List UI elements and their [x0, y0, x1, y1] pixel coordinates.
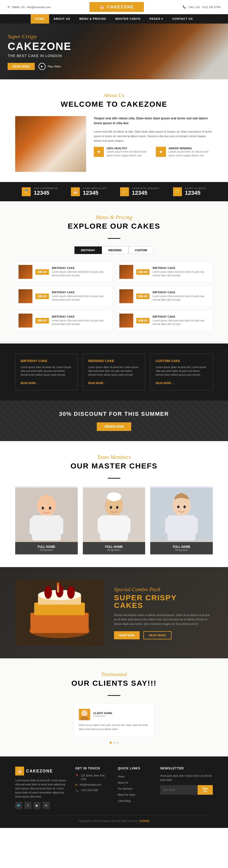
- svg-rect-4: [59, 518, 63, 534]
- menu-grid: $99.00 BIRTHDAY CAKE Lorem ipsum clita e…: [15, 261, 213, 331]
- hero-buttons: Read More ▶ Play Video: [8, 63, 71, 70]
- combo-title-2: CAKES: [114, 601, 213, 609]
- about-body2: Lorem erat elitr at rebum at clita. Diam…: [94, 129, 213, 143]
- menu-item: $99.00 BIRTHDAY CAKE Lorem ipsum clita e…: [116, 261, 213, 282]
- combo-title: SUPER CRISPY CAKES: [114, 594, 213, 609]
- category-section: BIRTHDAY CAKE Lorem ipsum dolor sit amet…: [0, 343, 228, 401]
- nav-pages[interactable]: PAGES ▾: [145, 14, 168, 24]
- social-twitter[interactable]: 🐦: [15, 802, 22, 809]
- about-body1: Tempor erat elitr rebum clita. Diam dolo…: [94, 117, 208, 125]
- dot-1[interactable]: [110, 742, 112, 744]
- phone-label: CALL US: [188, 6, 200, 9]
- hero-title: CAKEZONE: [8, 41, 71, 52]
- svg-point-30: [67, 586, 75, 599]
- cake-image-4: [119, 289, 133, 303]
- social-youtube[interactable]: ▶: [33, 802, 40, 809]
- team-member-3: FULL NAME Designation: [150, 486, 213, 554]
- item-name-2: BIRTHDAY CAKE: [153, 267, 209, 270]
- nav-menu[interactable]: MENU & PRICING: [75, 14, 111, 24]
- social-facebook[interactable]: f: [24, 802, 31, 809]
- read-more-button[interactable]: Read More: [8, 63, 35, 70]
- cake-image-6: [119, 314, 133, 328]
- testimonial-card: CLIENT NAME Profession Dolor at eos labo…: [73, 704, 155, 737]
- dot-3[interactable]: [116, 742, 118, 744]
- clients-icon: 😊: [173, 187, 182, 196]
- svg-point-34: [81, 710, 88, 717]
- menu-item: $99.00 BIRTHDAY CAKE Lorem ipsum clita e…: [116, 310, 213, 331]
- item-name-5: BIRTHDAY CAKE: [52, 315, 109, 318]
- list-item: Latest Blog: [118, 798, 153, 803]
- list-item: Meet The Team: [118, 792, 153, 797]
- combo-image: [15, 580, 104, 646]
- cake-image-2: [119, 265, 133, 279]
- team-tag: Team Members: [15, 454, 213, 460]
- item-left-2: $99.00 BIRTHDAY CAKE Lorem ipsum clita e…: [136, 267, 210, 277]
- category-wedding-link[interactable]: READ MORE →: [88, 382, 107, 384]
- address-icon: 📍: [75, 774, 79, 777]
- footer-link-home[interactable]: Home: [118, 775, 125, 778]
- item-left-5: $99.00 BIRTHDAY CAKE Lorem ipsum clita e…: [35, 315, 109, 326]
- item-info-3: $99.00: [35, 293, 49, 299]
- email-icon: ✉: [8, 5, 10, 9]
- footer-link-blog[interactable]: Latest Blog: [118, 800, 130, 802]
- nav-contact[interactable]: CONTACT US: [168, 14, 197, 24]
- item-info-1: $99.00: [35, 269, 49, 275]
- svg-point-32: [57, 582, 59, 586]
- about-text: Tempor erat elitr rebum clita. Diam dolo…: [94, 116, 213, 161]
- team-divider: [108, 478, 120, 478]
- client-name: CLIENT NAME: [93, 712, 112, 715]
- phone-contact-text: +012 345 6789: [81, 789, 98, 792]
- phone-icon: 📞: [183, 5, 186, 9]
- chef-name-bar-2: FULL NAME Designation: [83, 542, 145, 554]
- footer-links-col: QUICK LINKS Home About Us Our Services M…: [118, 767, 153, 809]
- nav-chefs[interactable]: MASTER CHEFS: [111, 14, 145, 24]
- nav-about[interactable]: ABOUT US: [49, 14, 75, 24]
- healthy-text: 100% HEALTHY Labore ipsum lorem sit clit…: [106, 147, 151, 161]
- experience-label: OUR EXPERIENCE: [34, 187, 58, 190]
- testimonial-divider: [108, 695, 120, 696]
- nav-home[interactable]: HOME: [31, 14, 49, 24]
- cake-image-1: [19, 265, 32, 279]
- cake-image-3: [19, 289, 32, 303]
- footer-about-text: Lorem ipsum dolor sit amet elit. Lorem i…: [15, 778, 68, 799]
- combo-content: Special Combo Pack SUPER CRISPY CAKES Ei…: [114, 586, 213, 640]
- svg-rect-11: [98, 518, 102, 533]
- credit-link[interactable]: 使用模板: [139, 819, 150, 823]
- svg-rect-2: [32, 516, 61, 541]
- menu-title: EXPLORE OUR CAKES: [15, 222, 213, 230]
- category-birthday-link[interactable]: READ MORE →: [21, 382, 39, 384]
- footer-links-title: QUICK LINKS: [118, 767, 153, 770]
- play-video-button[interactable]: ▶ Play Video: [38, 63, 61, 70]
- hero-content: Super Crispy CAKEZONE THE BEST CAKE IN L…: [8, 33, 71, 70]
- projects-info: COMPLETE PROJECT 12345: [132, 187, 160, 196]
- dot-2[interactable]: [113, 742, 115, 744]
- read-more-combo-button[interactable]: Read More: [143, 631, 171, 639]
- chef-svg-2: [83, 486, 145, 542]
- tab-custom[interactable]: CUSTOM: [128, 246, 154, 254]
- email-contact-icon: ✉: [75, 783, 77, 786]
- footer-bottom: Copyright © 2022 Company name All rights…: [15, 815, 213, 823]
- footer-link-team[interactable]: Meet The Team: [118, 794, 135, 796]
- chef-image-3: [150, 486, 213, 542]
- footer-link-about[interactable]: About Us: [118, 781, 128, 784]
- item-info-5: $99.00: [35, 318, 49, 323]
- tab-wedding[interactable]: WEDDING: [102, 246, 128, 254]
- list-item: About Us: [118, 780, 153, 784]
- item-info-6: $99.00: [136, 318, 150, 323]
- svg-rect-19: [194, 518, 198, 533]
- newsletter-signup-button[interactable]: Sign Up: [198, 785, 213, 795]
- client-avatar: [79, 709, 90, 720]
- shop-now-button[interactable]: Shop Now: [114, 631, 139, 639]
- newsletter-input[interactable]: [160, 785, 198, 795]
- tab-birthday[interactable]: BIRTHDAY: [74, 246, 102, 254]
- category-custom-link[interactable]: READ MORE →: [156, 382, 174, 384]
- menu-item: $99.00 BIRTHDAY CAKE Lorem ipsum clita e…: [15, 310, 112, 331]
- testimonial-section: Testimonial OUR CLIENTS SAY!!! CLIENT NA…: [0, 658, 228, 756]
- award-text: AWARD WINNING Labore ipsum lorem sit cli…: [168, 147, 213, 161]
- footer-newsletter-text: Amet justo diam dolor rebum lorem sit se…: [160, 774, 213, 782]
- order-button[interactable]: Order Now: [97, 422, 131, 431]
- svg-point-20: [177, 505, 180, 508]
- footer-link-services[interactable]: Our Services: [118, 787, 132, 790]
- social-linkedin[interactable]: in: [42, 802, 50, 809]
- item-desc-6: Lorem ipsum clita erat amet dolor sit ju…: [153, 319, 209, 326]
